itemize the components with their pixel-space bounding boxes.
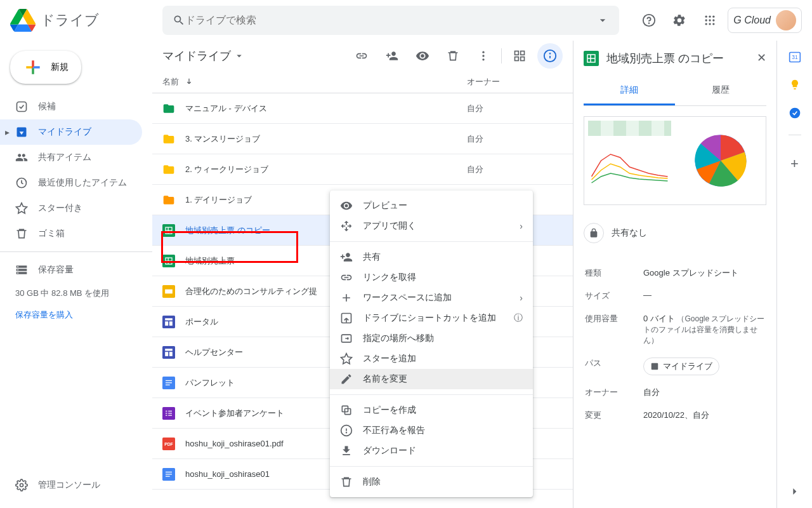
link-icon xyxy=(355,50,368,62)
trash-icon xyxy=(447,50,459,62)
sidebar-admin-console[interactable]: 管理コンソール xyxy=(0,472,152,498)
menu-item[interactable]: アプリで開く› xyxy=(330,216,533,236)
preview-thumbnail[interactable] xyxy=(584,116,766,205)
svg-point-2 xyxy=(705,16,707,18)
file-row[interactable]: 3. マンスリージョブ自分 xyxy=(152,124,573,154)
keep-icon[interactable] xyxy=(789,79,801,91)
check-circle-icon xyxy=(15,100,28,113)
file-row[interactable]: マニュアル - デバイス自分 xyxy=(152,93,573,124)
storage-icon xyxy=(15,264,28,276)
trash-icon xyxy=(15,227,28,240)
svg-point-15 xyxy=(482,55,484,57)
preview-button[interactable] xyxy=(410,43,435,69)
svg-point-5 xyxy=(705,19,707,21)
svg-rect-57 xyxy=(166,474,172,474)
menu-item[interactable]: 指定の場所へ移動 xyxy=(330,328,533,349)
svg-rect-19 xyxy=(515,57,519,61)
help-icon xyxy=(642,13,656,27)
chevron-right-icon[interactable] xyxy=(788,485,801,498)
svg-point-13 xyxy=(20,484,23,487)
col-header-name[interactable]: 名前 xyxy=(162,76,467,88)
svg-rect-50 xyxy=(168,413,172,413)
menu-item[interactable]: リンクを取得 xyxy=(330,267,533,288)
svg-point-66 xyxy=(789,108,800,119)
storage-usage: 30 GB 中 82.8 MB を使用 xyxy=(0,283,152,304)
person-add-icon xyxy=(386,50,398,62)
tasks-icon[interactable] xyxy=(789,107,801,119)
svg-point-7 xyxy=(712,19,714,21)
get-link-button[interactable] xyxy=(349,43,374,69)
new-button[interactable]: 新規 xyxy=(10,51,81,84)
more-button[interactable] xyxy=(471,43,496,69)
view-grid-button[interactable] xyxy=(507,43,532,69)
search-bar[interactable] xyxy=(162,6,619,35)
menu-item[interactable]: 削除 xyxy=(330,472,533,492)
menu-item[interactable]: ワークスペースに追加› xyxy=(330,288,533,308)
sidebar-item-recent[interactable]: 最近使用したアイテム xyxy=(0,170,142,196)
menu-item[interactable]: スターを追加 xyxy=(330,349,533,369)
search-input[interactable] xyxy=(185,15,596,26)
svg-rect-47 xyxy=(166,410,167,411)
svg-point-10 xyxy=(712,23,714,25)
buy-storage-link[interactable]: 保存容量を購入 xyxy=(0,304,152,326)
drive-logo-icon xyxy=(10,8,36,33)
logo-area[interactable]: ドライブ xyxy=(10,8,162,33)
share-button[interactable] xyxy=(379,43,405,69)
svg-point-6 xyxy=(709,19,711,21)
app-header: ドライブ G Cloud xyxy=(0,0,812,41)
menu-item[interactable]: ドライブにショートカットを追加ⓘ xyxy=(330,308,533,328)
svg-rect-52 xyxy=(168,415,172,415)
app-name: ドライブ xyxy=(41,11,99,30)
account-switcher[interactable]: G Cloud xyxy=(728,8,802,33)
svg-rect-18 xyxy=(521,51,525,55)
addons-button[interactable]: + xyxy=(790,156,799,172)
tab-details[interactable]: 詳細 xyxy=(584,77,675,105)
menu-item[interactable]: 共有 xyxy=(330,247,533,267)
svg-point-14 xyxy=(482,51,484,53)
svg-point-8 xyxy=(705,23,707,25)
menu-item[interactable]: プレビュー xyxy=(330,196,533,216)
sidebar-item-trash[interactable]: ゴミ箱 xyxy=(0,221,142,246)
details-panel: 地域別売上票 のコピー ✕ 詳細 履歴 共有なし 種類Google スプレッドシ… xyxy=(573,41,776,508)
sidebar-storage[interactable]: 保存容量 xyxy=(0,257,142,283)
svg-point-4 xyxy=(712,16,714,18)
sidebar-item-priority[interactable]: 候補 xyxy=(0,94,142,119)
plus-icon xyxy=(23,57,43,77)
chevron-down-icon xyxy=(233,50,245,62)
location-breadcrumb[interactable]: マイドライブ xyxy=(162,48,245,64)
sidebar-item-starred[interactable]: スター付き xyxy=(0,196,142,221)
menu-item[interactable]: 不正行為を報告 xyxy=(330,420,533,441)
help-button[interactable] xyxy=(636,8,662,33)
menu-item[interactable]: 名前を変更 xyxy=(330,369,533,389)
sidebar-item-mydrive[interactable]: ▸マイドライブ xyxy=(0,119,142,145)
svg-rect-17 xyxy=(515,51,519,55)
sidebar-item-shared[interactable]: 共有アイテム xyxy=(0,145,142,170)
svg-rect-37 xyxy=(169,321,173,326)
svg-point-23 xyxy=(550,53,551,54)
svg-rect-33 xyxy=(165,289,173,293)
star-icon xyxy=(15,202,28,215)
calendar-icon[interactable]: 31 xyxy=(789,51,801,64)
svg-rect-36 xyxy=(165,321,168,326)
sheets-icon xyxy=(584,51,599,66)
account-label: G Cloud xyxy=(733,15,771,26)
path-chip[interactable]: マイドライブ xyxy=(643,358,719,375)
menu-item[interactable]: ダウンロード xyxy=(330,441,533,461)
apps-button[interactable] xyxy=(697,8,723,33)
menu-item[interactable]: コピーを作成 xyxy=(330,400,533,420)
file-row[interactable]: 2. ウィークリージョブ自分 xyxy=(152,154,573,185)
svg-point-1 xyxy=(649,23,650,23)
gear-icon xyxy=(15,479,28,491)
close-details-button[interactable]: ✕ xyxy=(757,51,766,65)
svg-rect-40 xyxy=(165,352,168,356)
col-header-owner[interactable]: オーナー xyxy=(467,76,563,88)
column-headers: 名前 オーナー xyxy=(152,71,573,93)
info-button[interactable] xyxy=(537,43,563,69)
info-icon xyxy=(543,49,557,63)
clock-icon xyxy=(15,177,28,189)
settings-button[interactable] xyxy=(667,8,692,33)
search-dropdown-icon[interactable] xyxy=(596,14,609,27)
delete-button[interactable] xyxy=(440,43,466,69)
tab-activity[interactable]: 履歴 xyxy=(675,77,766,105)
people-icon xyxy=(15,151,28,164)
